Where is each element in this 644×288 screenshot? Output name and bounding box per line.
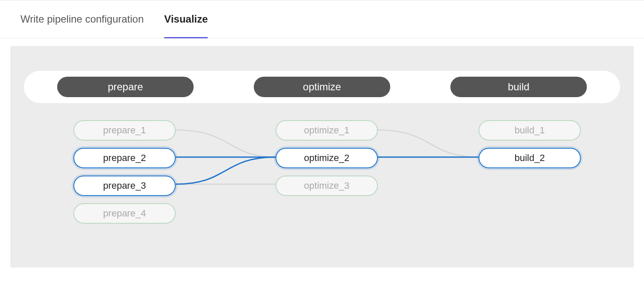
stage-pill-optimize: optimize xyxy=(254,77,390,97)
job-optimize-1[interactable]: optimize_1 xyxy=(276,120,378,141)
pipeline-canvas: prepare optimize build prepare_1 prepare… xyxy=(10,46,634,268)
tab-write-pipeline[interactable]: Write pipeline configuration xyxy=(20,13,144,38)
stage-header-bar: prepare optimize build xyxy=(24,71,620,103)
tab-bar: Write pipeline configuration Visualize xyxy=(0,0,644,38)
job-prepare-4[interactable]: prepare_4 xyxy=(73,203,176,224)
job-build-1[interactable]: build_1 xyxy=(479,120,581,141)
job-optimize-2[interactable]: optimize_2 xyxy=(276,148,378,168)
link-prepare1-optimize2 xyxy=(176,130,276,157)
job-prepare-3[interactable]: prepare_3 xyxy=(73,176,176,196)
nodes-layer: prepare_1 prepare_2 prepare_3 prepare_4 … xyxy=(10,113,634,268)
link-prepare3-optimize2 xyxy=(176,157,276,184)
stage-pill-prepare: prepare xyxy=(57,77,194,97)
link-optimize1-build2 xyxy=(378,130,479,157)
tab-visualize[interactable]: Visualize xyxy=(164,13,208,38)
stage-pill-build: build xyxy=(450,77,587,97)
app-root: Write pipeline configuration Visualize p… xyxy=(0,0,644,288)
job-prepare-2[interactable]: prepare_2 xyxy=(73,148,176,168)
job-optimize-3[interactable]: optimize_3 xyxy=(276,176,378,196)
job-build-2[interactable]: build_2 xyxy=(479,148,581,168)
job-prepare-1[interactable]: prepare_1 xyxy=(73,120,176,141)
